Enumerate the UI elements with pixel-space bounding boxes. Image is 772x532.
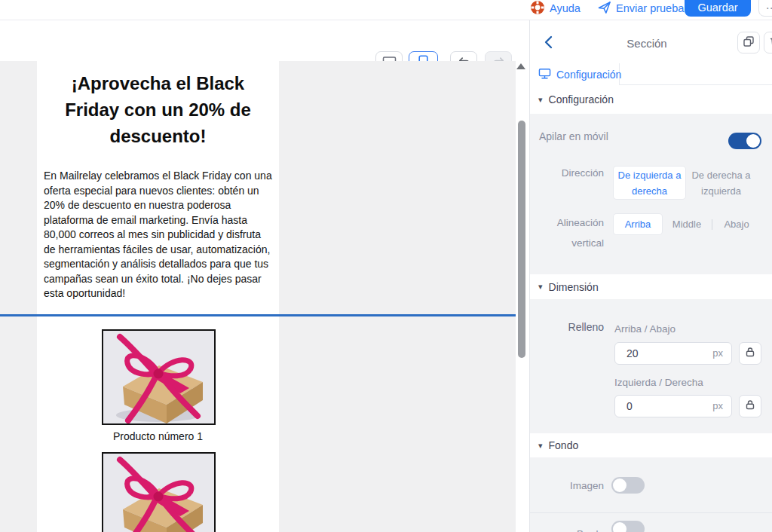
section-header-label: Fondo — [549, 439, 579, 451]
section-header-configuracion[interactable]: ▾ Configuración — [530, 85, 772, 114]
direction-label: Dirección — [530, 167, 604, 179]
valign-option-abajo[interactable]: Abajo — [712, 214, 761, 234]
background-image-label: Imagen — [530, 480, 604, 491]
fondo-block: Imagen Borde — [530, 457, 772, 532]
monitor-icon — [538, 68, 551, 81]
padding-left-right-lock-button[interactable] — [739, 395, 761, 417]
help-button[interactable]: Ayuda — [530, 0, 581, 18]
direction-option-ltr[interactable]: De izquierda a derecha — [614, 167, 685, 199]
email-heading[interactable]: ¡Aprovecha el Black Friday con un 20% de… — [44, 70, 272, 149]
email-preview-canvas[interactable]: ¡Aprovecha el Black Friday con un 20% de… — [0, 61, 516, 532]
padding-left-right-field: px — [614, 395, 732, 417]
caret-down-icon: ▾ — [538, 96, 543, 104]
background-border-toggle[interactable] — [611, 521, 645, 532]
valign-option-arriba[interactable]: Arriba — [614, 214, 662, 234]
tab-label: Configuración — [556, 69, 621, 81]
row-divider — [530, 512, 772, 513]
copy-icon — [743, 35, 755, 50]
padding-left-right-input[interactable] — [614, 395, 732, 417]
vertical-align-label-line1: Alineación — [557, 217, 604, 228]
paper-plane-icon — [597, 0, 611, 17]
save-button[interactable]: Guardar — [685, 0, 751, 17]
section-header-label: Configuración — [549, 93, 614, 105]
send-test-button[interactable]: Enviar prueba — [597, 0, 684, 18]
section-header-fondo[interactable]: ▾ Fondo — [530, 433, 772, 457]
caret-down-icon: ▾ — [538, 442, 543, 450]
section-header-dimension[interactable]: ▾ Dimensión — [530, 274, 772, 299]
lock-icon — [745, 347, 755, 360]
scrollbar-up-arrow[interactable] — [516, 63, 525, 69]
product-image-2[interactable] — [102, 452, 216, 532]
email-paragraph[interactable]: En Mailrelay celebramos el Black Friday … — [44, 169, 272, 301]
panel-tabs: Configuración — [530, 63, 772, 85]
canvas-toolbar — [0, 20, 529, 61]
padding-label: Relleno — [530, 321, 604, 333]
trash-icon — [769, 35, 772, 50]
background-image-toggle[interactable] — [611, 477, 645, 494]
padding-top-bottom-input[interactable] — [614, 342, 732, 365]
email-body[interactable]: ¡Aprovecha el Black Friday con un 20% de… — [37, 61, 279, 532]
stack-mobile-label: Apilar en móvil — [539, 130, 608, 142]
toggle-knob — [613, 478, 626, 492]
product-caption[interactable]: Producto número 1 — [37, 430, 279, 442]
caret-down-icon: ▾ — [538, 283, 543, 291]
direction-segmented-control: De izquierda a derecha De derecha a izqu… — [614, 167, 757, 199]
toggle-knob — [613, 522, 626, 532]
valign-option-middle[interactable]: Middle — [662, 214, 712, 234]
product-image-1[interactable] — [102, 329, 216, 425]
email-editor-app: Ayuda Enviar prueba Guardar ⋯ — [0, 0, 772, 532]
send-test-label: Enviar prueba — [616, 2, 684, 14]
section-selection-line — [0, 314, 516, 316]
lifebuoy-icon — [530, 0, 545, 17]
background-border-label: Borde — [530, 528, 604, 532]
vertical-align-label: Alineación vertical — [530, 212, 604, 253]
dimension-block: Relleno Arriba / Abajo px Izquierda / De… — [530, 299, 772, 433]
direction-option-rtl[interactable]: De derecha a izquierda — [685, 167, 757, 199]
delete-section-button[interactable] — [764, 32, 772, 54]
configuracion-block: Apilar en móvil Dirección De izquierda a… — [530, 114, 772, 274]
padding-top-bottom-field: px — [614, 342, 732, 365]
padding-top-bottom-label: Arriba / Abajo — [614, 323, 676, 335]
vertical-align-label-line2: vertical — [571, 237, 604, 249]
settings-panel: Sección — [529, 20, 772, 532]
scrollbar-thumb[interactable] — [518, 121, 525, 358]
padding-left-right-label: Izquierda / Derecha — [614, 377, 703, 388]
more-menu-button[interactable]: ⋯ — [758, 0, 772, 17]
toggle-knob — [746, 134, 760, 148]
top-bar: Ayuda Enviar prueba Guardar ⋯ — [0, 0, 772, 20]
padding-top-bottom-lock-button[interactable] — [739, 342, 761, 365]
ellipsis-icon: ⋯ — [766, 2, 772, 15]
panel-title: Sección — [530, 37, 764, 50]
save-label: Guardar — [697, 2, 737, 14]
section-header-label: Dimensión — [549, 281, 599, 293]
help-label: Ayuda — [550, 2, 581, 14]
duplicate-section-button[interactable] — [737, 32, 760, 54]
tab-configuracion[interactable]: Configuración — [530, 63, 620, 86]
vertical-align-segmented-control: Arriba Middle Abajo — [614, 214, 761, 234]
stack-mobile-toggle[interactable] — [728, 133, 761, 149]
lock-icon — [745, 399, 755, 413]
